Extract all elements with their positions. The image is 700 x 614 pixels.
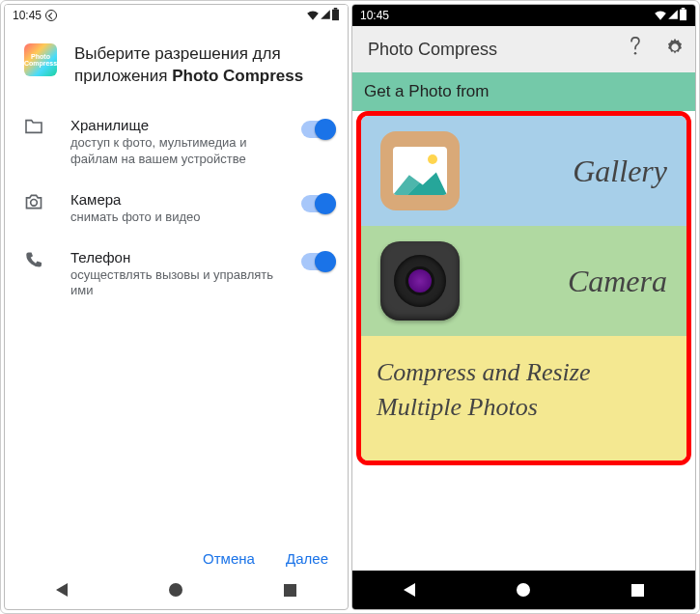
option-multiple[interactable]: Compress and Resize Multiple Photos [361,336,686,460]
gear-icon[interactable] [664,37,686,62]
signal-icon [320,9,331,23]
permission-title: Выберите разрешения для приложения Photo… [74,43,328,88]
camera-app-icon [380,241,460,321]
svg-rect-0 [332,9,339,19]
phone-permissions: 10:45 Photo Compress Выберите разрешения… [4,4,349,610]
svg-point-5 [634,52,637,55]
nav-bar [5,571,348,609]
toggle-camera[interactable] [301,195,334,212]
status-time: 10:45 [360,9,389,22]
rotation-lock-icon [45,10,57,21]
permission-title-phone: Телефон [70,249,292,265]
help-icon[interactable] [626,37,645,62]
cancel-button[interactable]: Отмена [203,550,255,567]
permission-item-storage: Хранилище доступ к фото, мультимедиа и ф… [24,105,340,180]
nav-back-icon[interactable] [56,583,68,597]
toggle-phone[interactable] [301,253,334,270]
folder-icon [24,119,45,138]
permission-desc-phone: осуществлять вызовы и управлять ими [70,267,292,300]
wifi-icon [306,9,320,23]
permission-item-camera: Камера снимать фото и видео [24,180,340,237]
gallery-label: Gallery [460,154,667,189]
permission-title-camera: Камера [70,191,292,208]
svg-rect-1 [334,8,338,10]
nav-recent-icon[interactable] [631,584,644,597]
nav-back-icon[interactable] [404,583,415,597]
multiple-label: Compress and Resize Multiple Photos [377,355,671,426]
nav-recent-icon[interactable] [284,584,296,597]
signal-icon [667,9,679,23]
camera-label: Camera [460,264,667,299]
permission-list: Хранилище доступ к фото, мультимедиа и ф… [5,96,348,311]
nav-bar [352,571,695,609]
toggle-storage[interactable] [301,121,334,138]
nav-home-icon[interactable] [517,583,530,597]
permission-header: Photo Compress Выберите разрешения для п… [5,26,348,96]
wifi-icon [654,9,667,23]
phone-app: 10:45 Photo Compress Get a Photo from Ga… [351,4,696,610]
permission-desc-camera: снимать фото и видео [70,209,292,226]
app-header: Photo Compress [352,26,695,72]
get-from-label: Get a Photo from [352,72,695,111]
status-bar: 10:45 [352,5,695,26]
source-options-highlight: Gallery Camera Compress and Resize Multi… [356,111,691,465]
permission-item-phone: Телефон осуществлять вызовы и управлять … [24,237,340,312]
svg-rect-4 [682,8,686,10]
status-bar: 10:45 [5,5,348,26]
option-camera[interactable]: Camera [361,226,686,336]
option-gallery[interactable]: Gallery [361,116,686,226]
permission-actions: Отмена Далее [176,550,328,567]
battery-icon [679,8,687,24]
svg-point-2 [31,199,38,206]
permission-desc-storage: доступ к фото, мультимедиа и файлам на в… [70,135,292,168]
gallery-icon [380,131,460,210]
status-time: 10:45 [13,9,42,22]
next-button[interactable]: Далее [286,550,328,567]
app-title: Photo Compress [368,40,497,60]
app-icon: Photo Compress [24,43,57,76]
phone-icon [24,251,45,272]
battery-icon [331,8,340,24]
permission-title-app: Photo Compress [172,67,303,85]
permission-title-storage: Хранилище [70,117,292,133]
nav-home-icon[interactable] [169,583,182,597]
camera-icon [24,193,45,214]
svg-rect-3 [680,9,686,19]
